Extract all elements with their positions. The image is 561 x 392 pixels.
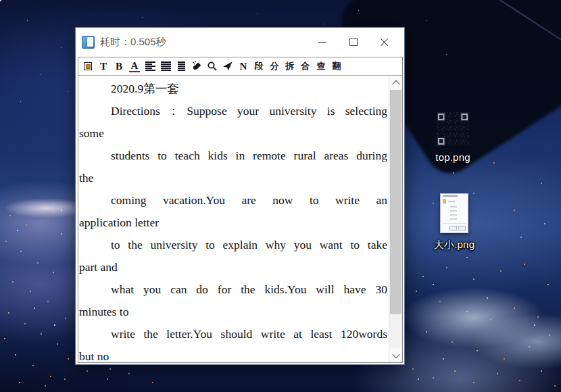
spray-icon[interactable] (191, 60, 202, 72)
align-justify-shape (161, 62, 171, 71)
doc-line: what you can do for the kids.You will ha… (79, 278, 387, 301)
align-left-shape (145, 62, 155, 71)
thumb-separator (442, 223, 466, 224)
align-center-icon[interactable] (176, 60, 187, 72)
thumb-button (449, 226, 457, 230)
close-button[interactable] (379, 37, 389, 47)
qr-code-thumbnail (437, 112, 469, 146)
scrollbar[interactable] (389, 76, 402, 362)
doc-line: some (79, 122, 387, 145)
chevron-up-icon (392, 80, 399, 87)
maximize-icon (349, 39, 358, 46)
chevron-down-icon (392, 350, 399, 358)
doc-line: students to teach kids in remote rural a… (79, 145, 387, 167)
desktop-icon-daxiao-png[interactable]: 大小.png (426, 193, 483, 251)
scroll-up-button[interactable] (389, 76, 402, 90)
doc-line: the (79, 167, 387, 189)
translate-tool[interactable]: 翻 (331, 60, 342, 72)
scroll-down-button[interactable] (389, 348, 402, 362)
thumb-buttons (449, 226, 466, 230)
doc-line: 2020.9第一套 (79, 78, 387, 100)
split-apart-tool[interactable]: 拆 (285, 60, 295, 72)
lookup-tool[interactable]: 查 (316, 60, 326, 72)
desktop-icon-top-png[interactable]: top.png (424, 112, 481, 163)
merge-tool[interactable]: 合 (300, 60, 311, 72)
paragraph-tool[interactable]: 段 (253, 60, 264, 72)
toolbar: TBAN段分拆合查翻 (78, 57, 402, 76)
send-icon[interactable] (222, 60, 233, 72)
textarea-wrap: 2020.9第一套Directions：Suppose your univers… (78, 76, 402, 362)
editor-panel: TBAN段分拆合查翻 2020.9第一套Directions：Suppose y… (78, 57, 403, 363)
desktop-icon-label: 大小.png (434, 239, 474, 251)
wallpaper-white-lights (0, 0, 1, 1)
doc-line: write the letter.You should write at lea… (79, 323, 387, 345)
text-tool-icon[interactable]: T (98, 60, 109, 72)
thumb-button (458, 226, 466, 230)
font-color-icon[interactable]: A (129, 61, 140, 72)
scrollbar-thumb[interactable] (390, 90, 401, 314)
thumb-text-lines (441, 194, 447, 195)
align-justify-icon[interactable] (160, 60, 171, 72)
border-frame-icon[interactable] (82, 60, 93, 72)
doc-line: part and (79, 256, 387, 278)
doc-line: Directions：Suppose your university is se… (79, 100, 387, 122)
window-title: 耗时：0.505秒 (100, 36, 166, 49)
window-titlebar[interactable]: 耗时：0.505秒 (76, 28, 404, 57)
minimize-icon (318, 42, 326, 43)
align-center-shape (178, 62, 185, 71)
doc-line: application letter (79, 212, 387, 234)
search-icon[interactable] (207, 60, 218, 72)
doc-line: coming vacation.You are now to write an (79, 189, 387, 212)
frame-shape (84, 62, 92, 70)
minimize-button[interactable] (317, 37, 327, 47)
app-window: 耗时：0.505秒 TBAN段分拆合查翻 2020.9第一套Directions… (75, 27, 405, 365)
desktop-icon-label: top.png (435, 151, 470, 163)
window-controls (317, 37, 404, 47)
thumb-titlebar (443, 195, 458, 197)
bold-icon[interactable]: B (114, 60, 124, 72)
doc-line: to the university to explain why you wan… (79, 234, 387, 256)
doc-line: minutes to (79, 301, 387, 323)
app-icon (82, 36, 95, 49)
doc-line: but no (79, 345, 387, 362)
wallpaper: top.png 大小.png 耗时：0.505秒 TBAN段分 (0, 0, 561, 392)
split-tool[interactable]: 分 (269, 60, 280, 72)
align-left-icon[interactable] (145, 60, 155, 72)
document-text-area[interactable]: 2020.9第一套Directions：Suppose your univers… (78, 76, 389, 362)
dialog-screenshot-thumbnail (440, 193, 468, 233)
n-tool-icon[interactable]: N (238, 60, 249, 72)
maximize-button[interactable] (348, 37, 358, 47)
thumb-folder-icon (443, 199, 446, 203)
